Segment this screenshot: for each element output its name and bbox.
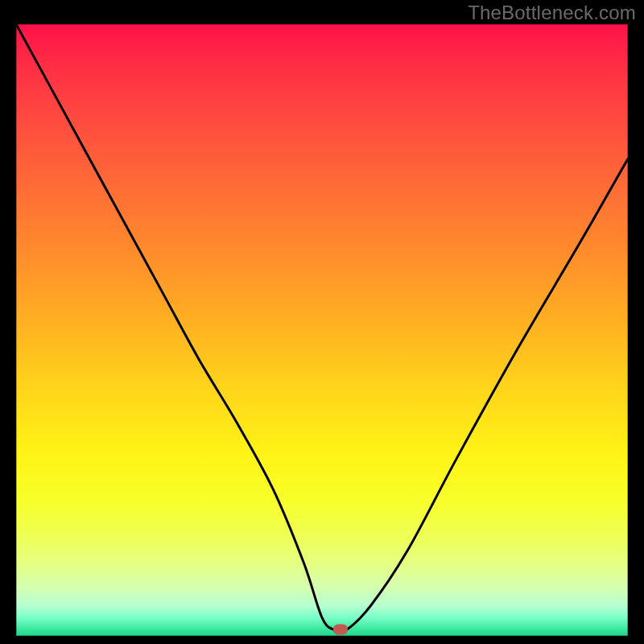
plot-area xyxy=(16,24,628,636)
bottleneck-curve xyxy=(16,24,628,636)
chart-container: TheBottleneck.com xyxy=(0,0,644,644)
optimal-point-marker xyxy=(333,625,348,635)
watermark-text: TheBottleneck.com xyxy=(468,2,636,24)
